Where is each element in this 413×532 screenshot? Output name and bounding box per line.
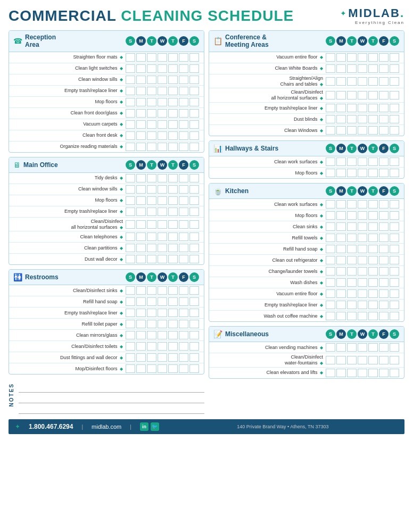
task-cell[interactable] bbox=[147, 53, 156, 62]
task-cell[interactable] bbox=[379, 64, 389, 73]
task-cell[interactable] bbox=[179, 232, 188, 241]
task-cell[interactable] bbox=[168, 98, 178, 106]
task-cell[interactable] bbox=[358, 234, 367, 242]
task-cell[interactable] bbox=[136, 207, 146, 216]
task-cell[interactable] bbox=[179, 98, 188, 106]
task-cell[interactable] bbox=[379, 356, 389, 364]
task-cell[interactable] bbox=[336, 115, 346, 123]
task-cell[interactable] bbox=[358, 289, 367, 298]
task-cell[interactable] bbox=[358, 211, 367, 220]
task-cell[interactable] bbox=[326, 289, 335, 298]
task-cell[interactable] bbox=[179, 331, 188, 339]
task-cell[interactable] bbox=[126, 244, 135, 252]
task-cell[interactable] bbox=[179, 364, 188, 373]
task-cell[interactable] bbox=[147, 364, 156, 373]
task-cell[interactable] bbox=[390, 369, 399, 377]
task-cell[interactable] bbox=[358, 312, 367, 320]
task-cell[interactable] bbox=[126, 353, 135, 362]
task-cell[interactable] bbox=[179, 309, 188, 317]
task-cell[interactable] bbox=[147, 196, 156, 205]
task-cell[interactable] bbox=[136, 286, 146, 295]
task-cell[interactable] bbox=[336, 77, 346, 86]
task-cell[interactable] bbox=[390, 77, 399, 86]
task-cell[interactable] bbox=[368, 200, 378, 209]
task-cell[interactable] bbox=[189, 244, 199, 252]
task-cell[interactable] bbox=[336, 343, 346, 352]
task-cell[interactable] bbox=[368, 64, 378, 73]
task-cell[interactable] bbox=[158, 196, 167, 205]
task-cell[interactable] bbox=[136, 364, 146, 373]
task-cell[interactable] bbox=[336, 369, 346, 377]
task-cell[interactable] bbox=[168, 320, 178, 328]
task-cell[interactable] bbox=[168, 220, 178, 229]
task-cell[interactable] bbox=[347, 64, 357, 73]
task-cell[interactable] bbox=[179, 185, 188, 194]
task-cell[interactable] bbox=[379, 369, 389, 377]
task-cell[interactable] bbox=[390, 222, 399, 231]
task-cell[interactable] bbox=[379, 267, 389, 276]
task-cell[interactable] bbox=[326, 356, 335, 364]
task-cell[interactable] bbox=[368, 289, 378, 298]
task-cell[interactable] bbox=[189, 320, 199, 328]
task-cell[interactable] bbox=[379, 301, 389, 309]
task-cell[interactable] bbox=[179, 353, 188, 362]
task-cell[interactable] bbox=[336, 234, 346, 242]
notes-line[interactable] bbox=[19, 396, 204, 403]
task-cell[interactable] bbox=[368, 104, 378, 112]
task-cell[interactable] bbox=[189, 109, 199, 118]
task-cell[interactable] bbox=[168, 309, 178, 317]
task-cell[interactable] bbox=[326, 104, 335, 112]
task-cell[interactable] bbox=[179, 320, 188, 328]
task-cell[interactable] bbox=[347, 278, 357, 287]
task-cell[interactable] bbox=[347, 77, 357, 86]
task-cell[interactable] bbox=[179, 342, 188, 351]
task-cell[interactable] bbox=[136, 244, 146, 252]
task-cell[interactable] bbox=[368, 77, 378, 86]
task-cell[interactable] bbox=[379, 234, 389, 242]
task-cell[interactable] bbox=[347, 256, 357, 264]
task-cell[interactable] bbox=[126, 53, 135, 62]
task-cell[interactable] bbox=[336, 356, 346, 364]
task-cell[interactable] bbox=[147, 120, 156, 129]
task-cell[interactable] bbox=[158, 331, 167, 339]
task-cell[interactable] bbox=[126, 185, 135, 194]
task-cell[interactable] bbox=[326, 369, 335, 377]
task-cell[interactable] bbox=[379, 343, 389, 352]
task-cell[interactable] bbox=[168, 286, 178, 295]
task-cell[interactable] bbox=[189, 87, 199, 95]
task-cell[interactable] bbox=[158, 220, 167, 229]
task-cell[interactable] bbox=[168, 120, 178, 129]
task-cell[interactable] bbox=[336, 301, 346, 309]
task-cell[interactable] bbox=[347, 169, 357, 177]
task-cell[interactable] bbox=[147, 255, 156, 263]
task-cell[interactable] bbox=[390, 91, 399, 99]
task-cell[interactable] bbox=[368, 267, 378, 276]
task-cell[interactable] bbox=[126, 286, 135, 295]
task-cell[interactable] bbox=[168, 353, 178, 362]
task-cell[interactable] bbox=[326, 301, 335, 309]
task-cell[interactable] bbox=[126, 131, 135, 140]
task-cell[interactable] bbox=[158, 207, 167, 216]
task-cell[interactable] bbox=[390, 64, 399, 73]
task-cell[interactable] bbox=[158, 185, 167, 194]
task-cell[interactable] bbox=[179, 131, 188, 140]
task-cell[interactable] bbox=[147, 353, 156, 362]
task-cell[interactable] bbox=[368, 312, 378, 320]
task-cell[interactable] bbox=[326, 256, 335, 264]
task-cell[interactable] bbox=[390, 312, 399, 320]
task-cell[interactable] bbox=[390, 169, 399, 177]
task-cell[interactable] bbox=[379, 245, 389, 253]
task-cell[interactable] bbox=[326, 157, 335, 166]
task-cell[interactable] bbox=[390, 256, 399, 264]
task-cell[interactable] bbox=[336, 256, 346, 264]
task-cell[interactable] bbox=[136, 342, 146, 351]
task-cell[interactable] bbox=[126, 220, 135, 229]
task-cell[interactable] bbox=[368, 278, 378, 287]
task-cell[interactable] bbox=[379, 53, 389, 62]
task-cell[interactable] bbox=[126, 207, 135, 216]
task-cell[interactable] bbox=[368, 356, 378, 364]
task-cell[interactable] bbox=[358, 104, 367, 112]
task-cell[interactable] bbox=[136, 98, 146, 106]
task-cell[interactable] bbox=[358, 77, 367, 86]
task-cell[interactable] bbox=[158, 342, 167, 351]
